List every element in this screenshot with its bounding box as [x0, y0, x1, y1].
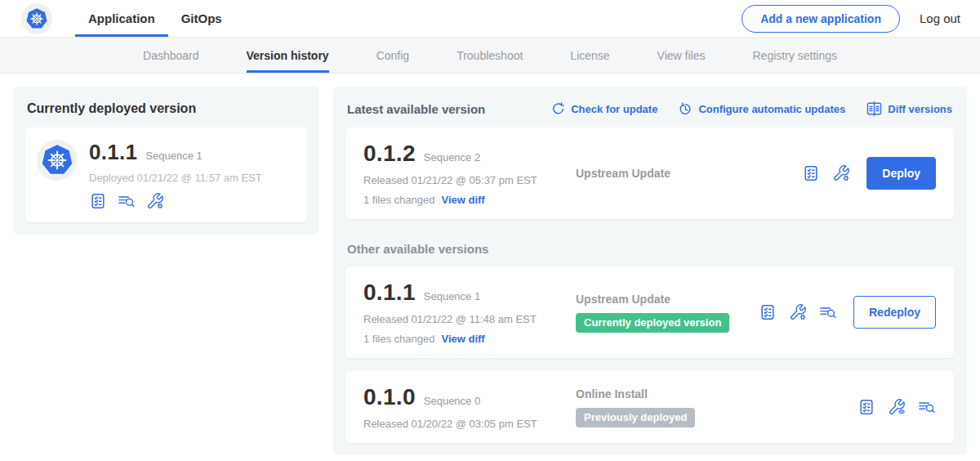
version-number: 0.1.2 [363, 141, 416, 167]
other-versions-title: Other available versions [347, 242, 952, 256]
check-for-update-link[interactable]: Check for update [551, 102, 657, 116]
subnav-tab-view-files[interactable]: View files [657, 38, 706, 73]
currently-deployed-badge: Currently deployed version [576, 313, 729, 333]
version-source: Online Install [576, 387, 858, 401]
app-subnav: Dashboard Version history Config Trouble… [0, 38, 980, 74]
topnav-right: Add a new application Log out [742, 0, 960, 37]
kubernetes-icon [39, 142, 75, 178]
add-application-button[interactable]: Add a new application [742, 5, 900, 33]
version-card-0-1-0: 0.1.0 Sequence 0 Released 01/20/22 @ 03:… [345, 371, 954, 443]
deployed-sequence-label: Sequence 1 [145, 150, 202, 162]
main-content: Currently deployed version 0.1.1 Sequenc… [0, 74, 980, 461]
redeploy-button[interactable]: Redeploy [853, 296, 936, 329]
version-card-0-1-1: 0.1.1 Sequence 1 Released 01/21/22 @ 11:… [345, 266, 954, 358]
subnav-tab-config[interactable]: Config [376, 38, 409, 73]
top-nav: Application GitOps Add a new application… [0, 0, 980, 38]
app-logo[interactable] [21, 3, 52, 34]
edit-config-icon[interactable] [789, 303, 807, 321]
edit-config-icon[interactable] [146, 192, 164, 210]
deploy-logs-icon[interactable] [118, 192, 136, 210]
currently-deployed-panel: Currently deployed version 0.1.1 Sequenc… [13, 87, 319, 235]
sequence-label: Sequence 2 [424, 151, 480, 163]
refresh-icon [551, 102, 565, 116]
preflight-checks-icon[interactable] [89, 192, 107, 210]
edit-config-icon[interactable] [832, 164, 850, 182]
view-diff-link[interactable]: View diff [441, 333, 484, 345]
kots-admin-console: Application GitOps Add a new application… [0, 0, 980, 461]
previously-deployed-badge: Previously deployed [576, 408, 695, 427]
preflight-checks-icon[interactable] [759, 303, 777, 321]
subnav-tab-version-history[interactable]: Version history [247, 38, 329, 73]
version-history-panel: Latest available version Check for updat… [332, 87, 967, 454]
files-changed-label: 1 files changed [363, 194, 434, 206]
version-card-0-1-2: 0.1.2 Sequence 2 Released 01/21/22 @ 05:… [345, 128, 954, 219]
latest-version-title: Latest available version [347, 102, 485, 116]
diff-columns-icon [866, 101, 882, 116]
configure-automatic-updates-link[interactable]: Configure automatic updates [679, 102, 845, 116]
subnav-tab-troubleshoot[interactable]: Troubleshoot [457, 38, 523, 73]
version-number: 0.1.0 [363, 384, 416, 410]
deployed-version-number: 0.1.1 [89, 140, 137, 165]
deployed-panel-title: Currently deployed version [27, 101, 305, 116]
subnav-tab-license[interactable]: License [570, 38, 609, 73]
subnav-tab-registry-settings[interactable]: Registry settings [753, 38, 837, 73]
history-clock-icon [679, 102, 693, 116]
view-config-icon[interactable] [888, 398, 906, 416]
deploy-logs-icon[interactable] [918, 398, 936, 416]
released-timestamp: Released 01/21/22 @ 05:37 pm EST [363, 174, 566, 186]
top-tabs: Application GitOps [75, 0, 235, 37]
subnav-tab-dashboard[interactable]: Dashboard [143, 38, 199, 73]
deploy-logs-icon[interactable] [819, 303, 837, 321]
deployed-version-card: 0.1.1 Sequence 1 Deployed 01/21/22 @ 11:… [25, 128, 307, 222]
sequence-label: Sequence 1 [424, 290, 480, 302]
kubernetes-icon [24, 7, 49, 31]
diff-versions-link[interactable]: Diff versions [866, 101, 952, 116]
version-source: Upstream Update [576, 167, 802, 180]
sequence-label: Sequence 0 [424, 395, 480, 407]
view-diff-link[interactable]: View diff [441, 194, 484, 206]
released-timestamp: Released 01/20/22 @ 03:05 pm EST [363, 418, 566, 430]
app-avatar [37, 140, 78, 181]
released-timestamp: Released 01/21/22 @ 11:48 am EST [363, 313, 566, 325]
tab-application[interactable]: Application [75, 0, 168, 37]
version-source: Upstream Update [576, 293, 759, 306]
preflight-checks-icon[interactable] [858, 398, 875, 416]
tab-gitops[interactable]: GitOps [168, 0, 235, 37]
preflight-checks-icon[interactable] [802, 164, 820, 182]
deploy-button[interactable]: Deploy [866, 157, 936, 190]
files-changed-label: 1 files changed [363, 333, 434, 345]
logout-link[interactable]: Log out [920, 11, 960, 25]
deployed-timestamp: Deployed 01/21/22 @ 11:57 am EST [89, 172, 262, 184]
version-number: 0.1.1 [363, 280, 416, 306]
